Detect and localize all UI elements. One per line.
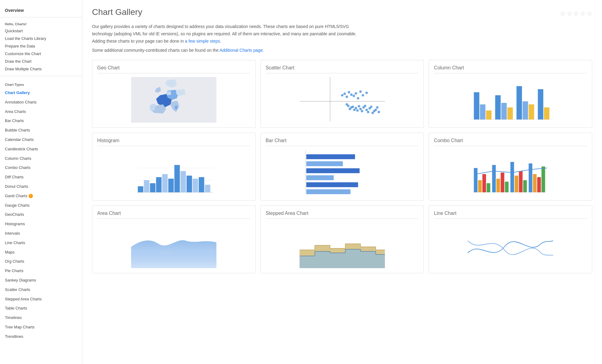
sidebar-item-line-charts[interactable]: Line Charts <box>0 238 82 248</box>
svg-point-43 <box>359 90 362 93</box>
chart-title-combo: Combo Chart <box>434 138 587 146</box>
svg-rect-50 <box>501 103 507 120</box>
svg-point-10 <box>175 105 178 110</box>
sidebar-item-chart-gallery[interactable]: Chart Gallery <box>0 88 82 98</box>
sidebar-item-tree-map-charts[interactable]: Tree Map Charts <box>0 323 82 332</box>
sidebar-item-donut-charts[interactable]: Donut Charts <box>0 182 82 191</box>
additional-charts-link[interactable]: Additional Charts page. <box>220 48 264 53</box>
sidebar-item-quickstart[interactable]: Quickstart <box>0 27 82 35</box>
svg-point-23 <box>361 110 363 112</box>
chart-types-label: Chart Types <box>0 79 82 88</box>
sidebar-item-combo-charts[interactable]: Combo Charts <box>0 163 82 173</box>
sidebar-item-trendlines[interactable]: Trendlines <box>0 332 82 341</box>
area-chart-visual <box>97 222 250 268</box>
chart-card-column[interactable]: Column Chart <box>429 60 592 128</box>
sidebar-overview[interactable]: Overview <box>0 5 82 17</box>
svg-point-36 <box>343 93 346 95</box>
chart-card-combo[interactable]: Combo Chart <box>429 133 592 201</box>
svg-rect-81 <box>478 180 482 192</box>
combo-chart-visual <box>434 150 587 195</box>
sidebar: Overview Hello, Charts! QuickstartLoad t… <box>0 0 82 364</box>
getting-started-section: QuickstartLoad the Charts LibraryPrepare… <box>0 27 82 73</box>
sidebar-item-intervals[interactable]: Intervals <box>0 229 82 238</box>
chart-grid: Geo Chart <box>92 60 592 273</box>
sidebar-item-stepped-area-charts[interactable]: Stepped Area Charts <box>0 295 82 304</box>
svg-rect-94 <box>537 177 541 192</box>
svg-point-19 <box>356 109 359 112</box>
star-5[interactable]: ☆ <box>587 10 592 17</box>
svg-rect-54 <box>529 104 534 120</box>
svg-marker-9 <box>166 91 171 95</box>
sidebar-item-org-charts[interactable]: Org Charts <box>0 257 82 266</box>
svg-point-26 <box>365 109 368 111</box>
sidebar-item-draw-chart[interactable]: Draw the Chart <box>0 58 82 65</box>
svg-point-32 <box>374 109 377 111</box>
chart-card-histogram[interactable]: Histogram <box>92 133 256 201</box>
sidebar-item-annotation-charts[interactable]: Annotation Charts <box>0 98 82 107</box>
sidebar-item-maps[interactable]: Maps <box>0 248 82 257</box>
sidebar-item-gantt-charts[interactable]: Gantt Charts! <box>0 191 82 201</box>
sidebar-item-column-charts[interactable]: Column Charts <box>0 154 82 163</box>
chart-card-scatter[interactable]: Scatter Chart <box>260 60 424 128</box>
page-title: Chart Gallery <box>92 7 142 17</box>
main-content: Chart Gallery ☆ ☆ ☆ ☆ ☆ Our gallery prov… <box>82 0 602 364</box>
chart-card-geo[interactable]: Geo Chart <box>92 60 256 128</box>
sidebar-item-customize-chart[interactable]: Customize the Chart <box>0 50 82 58</box>
svg-point-45 <box>365 92 368 94</box>
sidebar-item-gauge-charts[interactable]: Gauge Charts <box>0 201 82 210</box>
chart-title-bar: Bar Chart <box>266 138 419 146</box>
star-2[interactable]: ☆ <box>567 10 572 17</box>
svg-point-21 <box>358 105 360 107</box>
svg-rect-76 <box>306 168 359 173</box>
sidebar-item-pie-charts[interactable]: Pie Charts <box>0 266 82 276</box>
svg-point-22 <box>359 108 362 110</box>
svg-rect-92 <box>529 163 533 192</box>
svg-point-15 <box>349 108 351 110</box>
sidebar-item-timelines[interactable]: Timelines <box>0 313 82 323</box>
svg-rect-71 <box>199 177 204 192</box>
svg-point-42 <box>357 97 359 100</box>
svg-rect-56 <box>544 107 550 120</box>
sidebar-item-scatter-charts[interactable]: Scatter Charts <box>0 285 82 295</box>
svg-rect-46 <box>474 92 480 120</box>
chart-card-bar[interactable]: Bar Chart <box>260 133 424 201</box>
svg-rect-89 <box>515 176 519 192</box>
sidebar-item-diff-charts[interactable]: Diff Charts <box>0 173 82 182</box>
sidebar-item-geo-charts[interactable]: GeoCharts <box>0 210 82 219</box>
sidebar-item-sankey-diagrams[interactable]: Sankey Diagrams <box>0 276 82 285</box>
sidebar-item-bar-charts[interactable]: Bar Charts <box>0 116 82 126</box>
svg-rect-70 <box>193 179 198 192</box>
sidebar-item-histograms[interactable]: Histograms <box>0 219 82 229</box>
sidebar-item-area-charts[interactable]: Area Charts <box>0 107 82 117</box>
svg-rect-55 <box>538 89 544 120</box>
svg-rect-69 <box>186 176 192 192</box>
svg-point-34 <box>377 111 380 113</box>
sidebar-item-calendar-charts[interactable]: Calendar Charts <box>0 135 82 145</box>
star-3[interactable]: ☆ <box>573 10 579 17</box>
svg-rect-85 <box>497 179 500 192</box>
simple-steps-link[interactable]: a few simple steps <box>185 39 220 44</box>
star-rating[interactable]: ☆ ☆ ☆ ☆ ☆ <box>560 10 592 17</box>
sidebar-item-table-charts[interactable]: Table Charts <box>0 304 82 313</box>
chart-card-area[interactable]: Area Chart <box>92 205 256 273</box>
chart-card-stepped[interactable]: Stepped Area Chart <box>260 205 424 273</box>
svg-rect-63 <box>150 183 155 192</box>
svg-rect-80 <box>474 168 478 192</box>
additional-paragraph: Some additional community-contributed ch… <box>92 48 592 53</box>
svg-rect-67 <box>174 165 180 192</box>
line-chart-visual <box>434 222 587 268</box>
sidebar-item-draw-multiple-charts[interactable]: Draw Multiple Charts <box>0 65 82 73</box>
star-1[interactable]: ☆ <box>560 10 565 17</box>
svg-rect-95 <box>542 166 545 192</box>
sidebar-item-prepare-data[interactable]: Prepare the Data <box>0 42 82 50</box>
sidebar-item-bubble-charts[interactable]: Bubble Charts <box>0 126 82 135</box>
sidebar-item-candlestick-charts[interactable]: Candlestick Charts <box>0 145 82 154</box>
svg-point-38 <box>348 91 350 93</box>
svg-point-35 <box>341 94 343 96</box>
sidebar-hello-label: Hello, Charts! <box>0 19 82 27</box>
sidebar-item-load-charts-library[interactable]: Load the Charts Library <box>0 35 82 42</box>
svg-rect-66 <box>168 179 174 192</box>
svg-rect-93 <box>533 174 537 192</box>
chart-card-line[interactable]: Line Chart <box>429 205 592 273</box>
star-4[interactable]: ☆ <box>580 10 586 17</box>
